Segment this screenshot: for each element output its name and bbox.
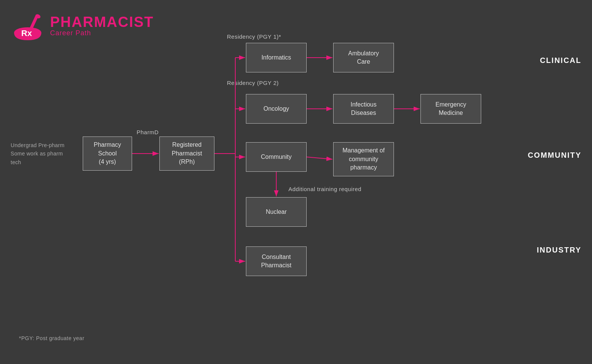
infectious-diseases-box: Infectious Diseases: [333, 94, 394, 124]
nuclear-box: Nuclear: [246, 197, 307, 227]
section-industry: INDUSTRY: [537, 246, 581, 254]
ambulatory-care-box: Ambulatory Care: [333, 43, 394, 72]
management-community-box: Management of community pharmacy: [333, 142, 394, 176]
svg-text:Rx: Rx: [21, 28, 32, 38]
logo: Rx PHARMACIST Career Path: [11, 11, 154, 41]
undergrad-description: Undergrad Pre-pharm Some work as pharm t…: [11, 141, 65, 166]
residency1-label: Residency (PGY 1)*: [227, 33, 281, 40]
residency2-label: Residency (PGY 2): [227, 80, 279, 86]
pharmacy-school-box: Pharmacy School (4 yrs): [83, 136, 132, 171]
oncology-box: Oncology: [246, 94, 307, 124]
consultant-pharmacist-box: Consultant Pharmacist: [246, 246, 307, 276]
logo-title: PHARMACIST: [50, 15, 154, 29]
informatics-box: Informatics: [246, 43, 307, 72]
section-community: COMMUNITY: [528, 151, 581, 160]
registered-pharmacist-box: Registered Pharmacist (RPh): [159, 136, 214, 171]
footnote: *PGY: Post graduate year: [19, 335, 84, 341]
pharmd-label: PharmD: [137, 129, 159, 135]
svg-line-16: [307, 157, 332, 159]
community-box: Community: [246, 142, 307, 172]
section-clinical: CLINICAL: [540, 56, 581, 65]
mortar-icon: Rx: [11, 11, 45, 41]
additional-training-label: Additional training required: [288, 186, 361, 192]
logo-subtitle: Career Path: [50, 29, 154, 37]
emergency-medicine-box: Emergency Medicine: [420, 94, 481, 124]
logo-text: PHARMACIST Career Path: [50, 15, 154, 37]
